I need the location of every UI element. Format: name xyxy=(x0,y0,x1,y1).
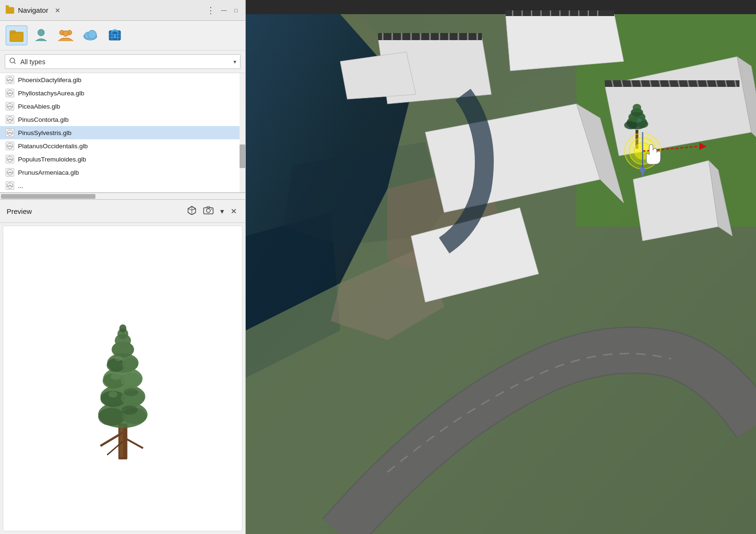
file-name: PlatanusOccidentalis.glb xyxy=(18,143,88,150)
file-item-prunus[interactable]: PrunusArmeniaca.glb xyxy=(0,166,245,179)
svg-point-29 xyxy=(7,183,13,188)
left-panel: Navigator ✕ ⋮ — □ xyxy=(0,0,246,534)
svg-point-15 xyxy=(7,90,13,96)
svg-point-37 xyxy=(206,209,210,212)
glb-icon xyxy=(6,76,14,84)
svg-rect-0 xyxy=(10,32,23,42)
search-input-wrapper: All types ▾ xyxy=(5,54,241,69)
svg-point-45 xyxy=(98,407,125,425)
svg-point-63 xyxy=(121,406,137,415)
file-item-phoenix[interactable]: PhoenixDactylifera.glb xyxy=(0,73,245,86)
search-dropdown-arrow[interactable]: ▾ xyxy=(233,59,236,65)
scrollbar-thumb[interactable] xyxy=(240,144,245,168)
titlebar-actions: ⋮ — □ xyxy=(206,5,240,16)
horizontal-scrollbar[interactable] xyxy=(0,193,245,199)
svg-point-21 xyxy=(7,130,13,136)
navigator-titlebar: Navigator ✕ ⋮ — □ xyxy=(0,0,245,21)
navigator-folder-icon xyxy=(6,7,14,14)
search-bar: All types ▾ xyxy=(0,51,245,73)
titlebar-minimize-button[interactable]: — xyxy=(219,7,229,14)
glb-icon xyxy=(6,181,14,190)
svg-point-8 xyxy=(88,30,96,39)
file-item-phyllostachys[interactable]: PhyllostachysAurea.glb xyxy=(0,86,245,100)
cloud-icon xyxy=(82,28,99,43)
svg-point-2 xyxy=(38,29,44,36)
preview-titlebar: Preview xyxy=(0,200,245,223)
preview-title: Preview xyxy=(7,207,32,215)
svg-point-27 xyxy=(7,170,13,175)
preview-actions: ▾ ✕ xyxy=(185,204,239,218)
navigator-title-group: Navigator ✕ xyxy=(6,6,63,15)
svg-line-12 xyxy=(14,62,16,64)
file-item-populus[interactable]: PopulusTremuloides.glb xyxy=(0,153,245,166)
toolbar-living-atlas-button[interactable] xyxy=(104,25,126,45)
svg-point-38 xyxy=(211,209,212,210)
file-item-picea[interactable]: PiceaAbies.glb xyxy=(0,100,245,113)
svg-rect-66 xyxy=(246,0,756,14)
preview-camera-dropdown[interactable]: ▾ xyxy=(218,206,226,217)
svg-point-64 xyxy=(123,388,137,396)
search-icon xyxy=(9,57,17,66)
svg-point-59 xyxy=(119,324,126,332)
glb-icon xyxy=(6,102,14,110)
right-viewport[interactable] xyxy=(246,0,756,534)
file-item-more[interactable]: ... xyxy=(0,179,245,192)
svg-point-52 xyxy=(120,373,141,387)
preview-canvas xyxy=(3,226,242,531)
file-name: ... xyxy=(18,182,23,189)
svg-point-61 xyxy=(108,391,117,397)
file-name: PinusSylvestris.glb xyxy=(18,129,71,136)
svg-point-122 xyxy=(633,104,641,111)
svg-point-5 xyxy=(63,31,69,36)
preview-cube-button[interactable] xyxy=(185,204,198,218)
file-item-platanus[interactable]: PlatanusOccidentalis.glb xyxy=(0,139,245,153)
glb-icon xyxy=(6,89,14,97)
glb-icon xyxy=(6,155,14,163)
svg-line-35 xyxy=(192,209,196,210)
file-name: PopulusTremuloides.glb xyxy=(18,156,86,163)
navigator-close-button[interactable]: ✕ xyxy=(52,6,63,15)
svg-rect-1 xyxy=(10,31,16,33)
titlebar-menu-button[interactable]: ⋮ xyxy=(206,5,215,16)
toolbar-cloud-button[interactable] xyxy=(79,25,101,45)
toolbar-groups-button[interactable] xyxy=(55,25,77,45)
svg-rect-10 xyxy=(114,34,116,38)
svg-point-19 xyxy=(7,117,13,122)
glb-icon xyxy=(6,115,14,124)
svg-point-54 xyxy=(106,358,124,372)
preview-close-button[interactable]: ✕ xyxy=(229,206,239,217)
titlebar-maximize-button[interactable]: □ xyxy=(232,7,240,14)
file-name: PhyllostachysAurea.glb xyxy=(18,90,84,97)
svg-point-62 xyxy=(114,356,121,361)
local-files-icon xyxy=(9,28,24,43)
file-item-pinus-contorta[interactable]: PinusContorta.glb xyxy=(0,113,245,126)
toolbar-my-content-button[interactable] xyxy=(30,25,52,45)
file-name: PiceaAbies.glb xyxy=(18,103,60,110)
svg-point-13 xyxy=(7,77,13,83)
file-item-pinus-sylvestris[interactable]: PinusSylvestris.glb xyxy=(0,126,245,139)
svg-rect-96 xyxy=(605,80,739,87)
file-name: PhoenixDactylifera.glb xyxy=(18,76,81,84)
svg-point-55 xyxy=(122,358,138,371)
svg-point-60 xyxy=(111,373,121,380)
svg-line-34 xyxy=(188,209,192,210)
navigator-toolbar xyxy=(0,21,245,51)
svg-marker-81 xyxy=(506,14,624,71)
preview-camera-button[interactable] xyxy=(201,205,215,217)
file-list[interactable]: PhoenixDactylifera.glb PhyllostachysAure… xyxy=(0,73,245,193)
toolbar-local-files-button[interactable] xyxy=(6,25,27,45)
svg-point-25 xyxy=(7,156,13,162)
my-content-icon xyxy=(34,28,49,43)
glb-icon xyxy=(6,142,14,150)
navigator-panel: Navigator ✕ ⋮ — □ xyxy=(0,0,245,200)
tree-preview-svg xyxy=(71,289,175,468)
svg-point-23 xyxy=(7,143,13,149)
file-name: PinusContorta.glb xyxy=(18,116,69,123)
svg-point-123 xyxy=(637,119,642,122)
preview-section: Preview xyxy=(0,200,245,534)
search-input[interactable]: All types xyxy=(20,58,230,66)
navigator-title: Navigator xyxy=(18,6,48,14)
svg-point-17 xyxy=(7,103,13,109)
h-scrollbar-thumb[interactable] xyxy=(1,194,95,199)
vertical-scrollbar[interactable] xyxy=(240,73,245,192)
